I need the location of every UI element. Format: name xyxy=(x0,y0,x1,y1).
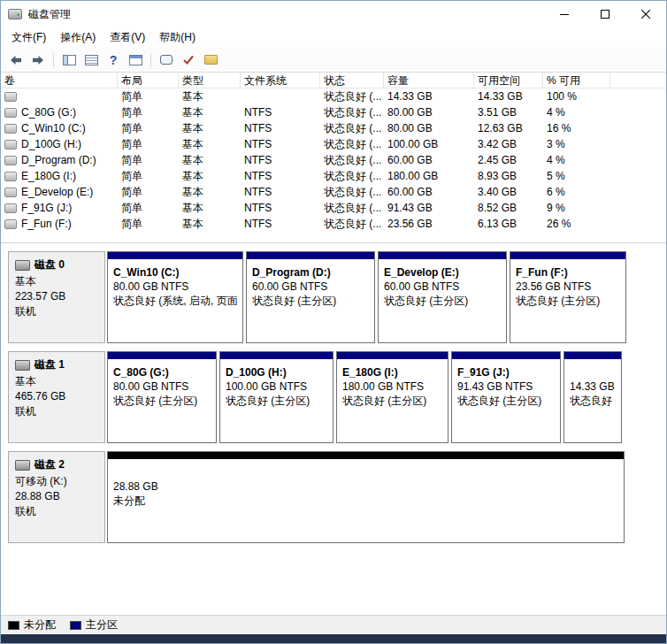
filesystem-cell: NTFS xyxy=(241,152,320,168)
layout-cell: 简单 xyxy=(118,136,179,152)
minimize-button[interactable] xyxy=(544,1,585,27)
volume-row[interactable]: D_100G (H:) 简单 基本 NTFS 状态良好 (... 100.00 … xyxy=(1,136,666,152)
partition-title: F_Fun (F:) xyxy=(516,265,620,280)
folder-button[interactable] xyxy=(201,50,220,70)
volume-label: D_Program (D:) xyxy=(21,152,96,168)
partition[interactable]: C_Win10 (C:) 80.00 GB NTFS 状态良好 (系统, 启动,… xyxy=(107,251,243,343)
disk-header[interactable]: 磁盘 1 基本 465.76 GB 联机 xyxy=(8,351,105,443)
export-list-button[interactable] xyxy=(81,50,101,70)
volume-row[interactable]: 简单 基本 状态良好 (... 14.33 GB 14.33 GB 100 % xyxy=(1,88,666,104)
type-cell: 基本 xyxy=(179,104,241,120)
column-header-capacity[interactable]: 容量 xyxy=(384,73,474,88)
partition-status: 状态良好 (主分区) xyxy=(384,294,501,308)
volume-label: D_100G (H:) xyxy=(21,136,81,152)
partition[interactable]: F_Fun (F:) 23.56 GB NTFS 状态良好 (主分区) xyxy=(510,251,626,343)
maximize-button[interactable] xyxy=(585,1,625,27)
disk-group-2: 磁盘 2 可移动 (K:) 28.88 GB 联机 28.88 GB 未分配 xyxy=(8,451,659,543)
free-space-cell: 8.93 GB xyxy=(474,168,543,184)
column-header-status[interactable]: 状态 xyxy=(320,73,384,88)
volume-list: 卷 布局 类型 文件系统 状态 容量 可用空间 % 可用 简单 基本 状态良好 … xyxy=(1,73,666,242)
taskbar-strip[interactable] xyxy=(1,634,666,643)
status-cell: 状态良好 (... xyxy=(320,184,384,200)
layout-cell: 简单 xyxy=(118,216,179,232)
type-cell: 基本 xyxy=(179,152,241,168)
partition[interactable]: D_100G (H:) 100.00 GB NTFS 状态良好 (主分区) xyxy=(219,351,334,443)
column-header-layout[interactable]: 布局 xyxy=(118,73,179,88)
capacity-cell: 180.00 GB xyxy=(384,168,474,184)
partition[interactable]: E_Develop (E:) 60.00 GB NTFS 状态良好 (主分区) xyxy=(378,251,507,343)
partition[interactable]: D_Program (D:) 60.00 GB NTFS 状态良好 (主分区) xyxy=(246,251,375,343)
back-arrow-icon xyxy=(10,55,22,65)
column-header-percent-free[interactable]: % 可用 xyxy=(543,73,610,88)
volume-name-cell: E_180G (I:) xyxy=(1,168,118,184)
partition[interactable]: C_80G (G:) 80.00 GB NTFS 状态良好 (主分区) xyxy=(107,351,217,443)
disk-size: 465.76 GB xyxy=(15,389,98,404)
volume-icon xyxy=(4,92,17,102)
forward-button[interactable] xyxy=(28,50,48,70)
column-header-free-space[interactable]: 可用空间 xyxy=(474,73,543,88)
menu-file[interactable]: 文件(F) xyxy=(4,27,53,48)
volume-row[interactable]: E_Develop (E:) 简单 基本 NTFS 状态良好 (... 60.0… xyxy=(1,184,666,200)
filesystem-cell: NTFS xyxy=(241,120,320,136)
status-cell: 状态良好 (... xyxy=(320,104,384,120)
folder-icon xyxy=(204,55,218,65)
disk-header[interactable]: 磁盘 2 可移动 (K:) 28.88 GB 联机 xyxy=(8,451,105,543)
partition[interactable]: E_180G (I:) 180.00 GB NTFS 状态良好 (主分区) xyxy=(336,351,448,443)
free-space-cell: 6.13 GB xyxy=(474,216,543,232)
partition-size: 60.00 GB NTFS xyxy=(252,280,369,294)
forward-arrow-icon xyxy=(32,55,44,65)
partition-recovery[interactable]: 14.33 GB 状态良好 (恢复分... xyxy=(564,351,622,443)
help-button[interactable]: ? xyxy=(104,50,123,70)
volume-row[interactable]: C_80G (G:) 简单 基本 NTFS 状态良好 (... 80.00 GB… xyxy=(1,104,666,120)
check-icon xyxy=(183,55,194,65)
volume-icon xyxy=(4,203,17,213)
column-header-type[interactable]: 类型 xyxy=(179,73,241,88)
partition-color-bar xyxy=(510,252,625,259)
partition-status: 状态良好 (主分区) xyxy=(342,394,442,408)
status-cell: 状态良好 (... xyxy=(320,88,384,104)
back-button[interactable] xyxy=(6,50,26,70)
status-cell: 状态良好 (... xyxy=(320,136,384,152)
layout-cell: 简单 xyxy=(118,104,179,120)
volume-name-cell: D_Program (D:) xyxy=(1,152,118,168)
properties-button[interactable] xyxy=(126,50,145,70)
volume-row[interactable]: C_Win10 (C:) 简单 基本 NTFS 状态良好 (... 80.00 … xyxy=(1,120,666,136)
partition[interactable]: F_91G (J:) 91.43 GB NTFS 状态良好 (主分区) xyxy=(451,351,561,443)
unallocated-swatch-icon xyxy=(8,621,19,630)
titlebar: 磁盘管理 xyxy=(1,1,666,27)
volume-row[interactable]: D_Program (D:) 简单 基本 NTFS 状态良好 (... 60.0… xyxy=(1,152,666,168)
volume-row[interactable]: F_91G (J:) 简单 基本 NTFS 状态良好 (... 91.43 GB… xyxy=(1,200,666,216)
percent-free-cell: 9 % xyxy=(543,200,610,216)
menu-action[interactable]: 操作(A) xyxy=(53,27,103,48)
filesystem-cell: NTFS xyxy=(241,200,320,216)
disk-icon xyxy=(15,360,30,371)
volume-row[interactable]: E_180G (I:) 简单 基本 NTFS 状态良好 (... 180.00 … xyxy=(1,168,666,184)
close-button[interactable] xyxy=(625,1,666,27)
capacity-cell: 14.33 GB xyxy=(384,88,474,104)
free-space-cell: 3.40 GB xyxy=(474,184,543,200)
volume-row[interactable]: F_Fun (F:) 简单 基本 NTFS 状态良好 (... 23.56 GB… xyxy=(1,216,666,232)
show-console-tree-button[interactable] xyxy=(59,50,79,70)
free-space-cell: 3.42 GB xyxy=(474,136,543,152)
window-controls xyxy=(544,1,666,27)
volume-label: F_91G (J:) xyxy=(21,200,72,216)
disk-header[interactable]: 磁盘 0 基本 223.57 GB 联机 xyxy=(8,251,105,343)
menu-view[interactable]: 查看(V) xyxy=(103,27,152,48)
column-header-filler xyxy=(610,73,666,88)
filesystem-cell: NTFS xyxy=(241,184,320,200)
layout-cell: 简单 xyxy=(118,120,179,136)
partition-title: D_Program (D:) xyxy=(252,265,369,280)
capacity-cell: 100.00 GB xyxy=(384,136,474,152)
disk-kind: 基本 xyxy=(15,274,98,289)
action-pane-button[interactable] xyxy=(157,50,176,70)
unallocated-region[interactable]: 28.88 GB 未分配 xyxy=(107,451,625,543)
volume-label: C_Win10 (C:) xyxy=(21,120,86,136)
column-header-volume[interactable]: 卷 xyxy=(1,73,118,88)
column-header-filesystem[interactable]: 文件系统 xyxy=(241,73,320,88)
disk-state: 联机 xyxy=(15,504,98,519)
partition-status: 状态良好 (主分区) xyxy=(113,394,211,408)
check-button[interactable] xyxy=(179,50,198,70)
partition-title: E_Develop (E:) xyxy=(384,265,501,280)
status-cell: 状态良好 (... xyxy=(320,120,384,136)
menu-help[interactable]: 帮助(H) xyxy=(152,27,203,48)
